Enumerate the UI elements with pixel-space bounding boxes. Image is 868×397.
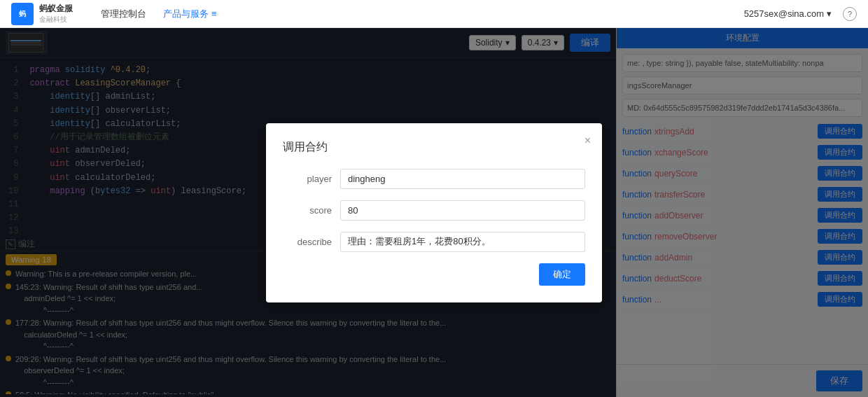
logo-area: 蚂 蚂蚁金服 金融科技: [11, 3, 73, 25]
nav-item-console[interactable]: 管理控制台: [101, 8, 146, 20]
logo-sub: 金融科技: [39, 15, 73, 25]
logo-main: 蚂蚁金服: [39, 3, 73, 15]
modal-label-player: player: [283, 174, 332, 184]
call-contract-modal: 调用合约 × player score describe 确定: [266, 123, 602, 302]
top-nav: 蚂 蚂蚁金服 金融科技 管理控制台 产品与服务 ≡ 5257sex@sina.c…: [0, 0, 868, 28]
modal-input-score[interactable]: [340, 200, 585, 221]
modal-input-describe[interactable]: [340, 232, 585, 252]
chevron-down-icon: ▾: [827, 8, 832, 19]
modal-field-score: score: [283, 200, 585, 221]
modal-input-player[interactable]: [340, 169, 585, 189]
menu-icon: ≡: [211, 8, 217, 19]
modal-label-describe: describe: [283, 237, 332, 247]
modal-footer: 确定: [283, 263, 585, 286]
modal-field-describe: describe: [283, 232, 585, 252]
nav-items: 管理控制台 产品与服务 ≡: [101, 8, 744, 20]
modal-title: 调用合约: [283, 140, 585, 155]
logo-text: 蚂蚁金服 金融科技: [39, 3, 73, 25]
modal-label-score: score: [283, 205, 332, 216]
user-email: 5257sex@sina.com: [744, 8, 824, 19]
modal-close-button[interactable]: ×: [584, 134, 591, 147]
modal-confirm-button[interactable]: 确定: [539, 263, 585, 286]
modal-field-player: player: [283, 169, 585, 189]
modal-overlay: 调用合约 × player score describe 确定: [0, 28, 868, 397]
nav-item-products[interactable]: 产品与服务 ≡: [163, 8, 217, 20]
help-icon[interactable]: ?: [843, 7, 857, 21]
user-info[interactable]: 5257sex@sina.com ▾: [744, 8, 832, 19]
logo-icon: 蚂: [11, 3, 34, 25]
nav-right: 5257sex@sina.com ▾ ?: [744, 7, 857, 21]
